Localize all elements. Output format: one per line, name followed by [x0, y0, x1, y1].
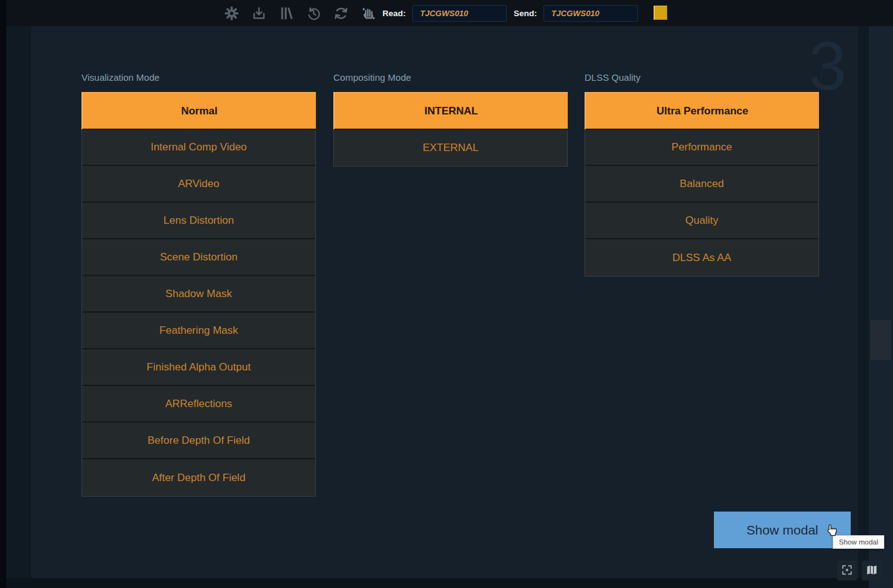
option-group: Visualization Mode NormalInternal Comp V…: [81, 72, 316, 497]
history-icon: [306, 6, 322, 21]
gear-icon: [224, 6, 239, 21]
refresh-button[interactable]: [332, 4, 349, 22]
read-field-group: Read:: [382, 0, 507, 26]
show-modal-button[interactable]: Show modal: [714, 512, 851, 548]
option-after-depth-of-field[interactable]: After Depth Of Field: [82, 459, 315, 496]
option-shadow-mask[interactable]: Shadow Mask: [82, 276, 315, 313]
send-input[interactable]: [544, 5, 638, 22]
send-label: Send:: [514, 9, 537, 18]
history-button[interactable]: [305, 4, 322, 22]
fit-screen-button[interactable]: [837, 561, 857, 581]
toolbar-icon-group: [223, 0, 377, 26]
option-group-list: INTERNALEXTERNAL: [333, 92, 568, 167]
option-group: DLSS Quality Ultra PerformancePerformanc…: [585, 72, 819, 277]
option-arreflections[interactable]: ARReflections: [82, 386, 315, 423]
option-group-list: NormalInternal Comp VideoARVideoLens Dis…: [81, 92, 316, 497]
refresh-icon: [333, 6, 349, 21]
hand-gesture-button[interactable]: [359, 4, 377, 22]
bottom-strip: [6, 578, 869, 588]
top-toolbar: Read: Send:: [0, 0, 893, 26]
option-feathering-mask[interactable]: Feathering Mask: [82, 313, 315, 349]
settings-button[interactable]: [223, 4, 240, 22]
option-scene-distortion[interactable]: Scene Distortion: [82, 239, 315, 276]
option-group-title: DLSS Quality: [585, 72, 819, 83]
option-quality[interactable]: Quality: [585, 203, 818, 239]
option-dlss-as-aa[interactable]: DLSS As AA: [585, 239, 818, 276]
option-group: Compositing Mode INTERNALEXTERNAL: [333, 72, 568, 167]
application-window: 3: [0, 0, 893, 588]
color-swatch[interactable]: [654, 6, 667, 20]
option-group-title: Visualization Mode: [81, 72, 316, 83]
download-button[interactable]: [250, 4, 267, 22]
read-label: Read:: [382, 9, 406, 18]
send-field-group: Send:: [514, 0, 638, 26]
show-modal-tooltip: Show modal: [833, 535, 884, 549]
map-button[interactable]: [862, 561, 882, 581]
scrollbar-track[interactable]: [869, 26, 893, 588]
map-icon: [866, 564, 878, 578]
option-internal[interactable]: INTERNAL: [333, 92, 568, 130]
option-performance[interactable]: Performance: [585, 129, 818, 166]
option-finished-alpha-output[interactable]: Finished Alpha Output: [82, 349, 315, 386]
option-balanced[interactable]: Balanced: [585, 166, 818, 203]
download-icon: [251, 6, 267, 21]
library-icon: [279, 6, 294, 21]
option-external[interactable]: EXTERNAL: [334, 129, 567, 166]
hand-gesture-icon: [360, 5, 376, 21]
option-ultra-performance[interactable]: Ultra Performance: [585, 92, 819, 130]
scrollbar-thumb[interactable]: [871, 320, 891, 360]
option-normal[interactable]: Normal: [81, 92, 316, 130]
left-edge: [0, 0, 6, 588]
option-before-depth-of-field[interactable]: Before Depth Of Field: [82, 423, 315, 459]
library-button[interactable]: [277, 4, 295, 22]
option-internal-comp-video[interactable]: Internal Comp Video: [82, 129, 315, 166]
option-arvideo[interactable]: ARVideo: [82, 166, 315, 203]
option-group-title: Compositing Mode: [333, 72, 568, 83]
right-gutter: [858, 26, 869, 588]
option-lens-distortion[interactable]: Lens Distortion: [82, 203, 315, 239]
read-input[interactable]: [412, 5, 507, 22]
option-group-list: Ultra PerformancePerformanceBalancedQual…: [585, 92, 819, 277]
fit-screen-icon: [841, 564, 853, 578]
